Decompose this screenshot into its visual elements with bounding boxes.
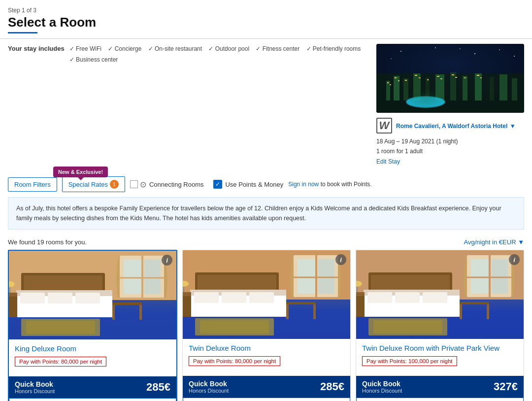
svg-rect-98 xyxy=(423,292,447,303)
points-badge-1: Pay with Points: 80,000 per night xyxy=(189,356,280,366)
connecting-rooms-container: ⊙ Connecting Rooms xyxy=(130,180,204,189)
svg-rect-42 xyxy=(124,260,142,294)
room-name-0: King Deluxe Room xyxy=(15,344,170,353)
quick-book-label-1: Quick Book xyxy=(189,380,229,388)
svg-rect-84 xyxy=(313,304,316,319)
svg-rect-25 xyxy=(455,77,457,78)
hotel-name-suffix: ▼ xyxy=(510,123,516,130)
info-circle-2[interactable]: i xyxy=(509,254,520,265)
avg-night-label[interactable]: Avg/night in €EUR ▼ xyxy=(464,238,524,246)
connecting-rooms-checkbox[interactable]: ⊙ xyxy=(130,180,146,189)
room-price-0: 285€ xyxy=(146,381,170,394)
waldorf-w-logo: W xyxy=(376,118,392,134)
new-exclusive-badge: New & Exclusive! xyxy=(53,167,108,177)
svg-rect-52 xyxy=(75,293,100,303)
hotel-guests: 1 room for 1 adult xyxy=(376,146,524,156)
svg-rect-54 xyxy=(9,293,17,297)
amenity-concierge: ✓ Concierge xyxy=(108,45,141,52)
filters-row: New & Exclusive! Room Filters Special Ra… xyxy=(0,171,532,197)
amenity-pool: ✓ Outdoor pool xyxy=(208,45,249,52)
special-rates-button[interactable]: Special Rates 1 xyxy=(62,176,125,192)
hotel-card: W Rome Cavalieri, A Waldorf Astoria Hote… xyxy=(376,44,524,171)
svg-rect-16 xyxy=(395,77,397,78)
svg-point-38 xyxy=(460,48,461,49)
more-rates-button-2[interactable]: More Rates From 278€ xyxy=(356,398,524,401)
amenities-list: ✓ Free WiFi ✓ Concierge ✓ On-site restau… xyxy=(69,44,366,65)
discount-label-1: Honors Discount xyxy=(189,388,229,394)
special-rates-badge: 1 xyxy=(110,180,119,189)
room-scene-svg-0 xyxy=(9,251,176,339)
svg-rect-8 xyxy=(450,72,456,100)
title-underline xyxy=(8,32,37,33)
svg-rect-20 xyxy=(419,77,421,78)
info-circle-1[interactable]: i xyxy=(335,254,346,265)
svg-rect-14 xyxy=(387,82,389,83)
svg-rect-81 xyxy=(200,320,269,334)
quick-book-bar-2[interactable]: Quick Book Honors Discount 327€ xyxy=(356,376,524,398)
svg-point-32 xyxy=(400,51,401,52)
results-bar: We found 19 rooms for you. Avg/night in … xyxy=(0,235,532,250)
amenity-wifi: ✓ Free WiFi xyxy=(69,45,101,52)
left-section: Your stay includes ✓ Free WiFi ✓ Concier… xyxy=(8,44,366,171)
svg-rect-21 xyxy=(427,79,429,80)
sign-in-link[interactable]: Sign in now xyxy=(288,181,319,188)
svg-rect-61 xyxy=(139,305,142,320)
quick-book-bar-0[interactable]: Quick Book Honors Discount 285€ xyxy=(9,376,176,398)
hotel-date-range: 18 Aug – 19 Aug 2021 (1 night) xyxy=(376,136,524,146)
quick-book-bar-1[interactable]: Quick Book Honors Discount 285€ xyxy=(183,376,350,398)
connecting-rooms-icon: ⊙ xyxy=(140,180,146,189)
svg-point-34 xyxy=(474,53,475,54)
more-rates-button-0[interactable]: More Rates From 242€ xyxy=(9,398,176,401)
quick-book-label-2: Quick Book xyxy=(362,380,402,388)
room-scene-1 xyxy=(183,250,350,339)
svg-rect-9 xyxy=(463,76,467,100)
use-points-checkbox[interactable]: ✓ xyxy=(213,180,222,189)
sign-in-suffix: to book with Points. xyxy=(321,181,372,188)
sign-in-row: Sign in now to book with Points. xyxy=(288,181,371,188)
svg-point-37 xyxy=(391,58,392,59)
svg-rect-28 xyxy=(480,77,482,78)
svg-rect-12 xyxy=(499,74,507,100)
room-card-1: i Twin Deluxe Room Pay with Points: 80,0… xyxy=(182,250,351,401)
room-scene-svg-1 xyxy=(183,250,350,339)
svg-rect-59 xyxy=(112,302,142,305)
svg-rect-88 xyxy=(471,259,489,294)
connecting-rooms-label: Connecting Rooms xyxy=(149,181,204,188)
amenity-fitness: ✓ Fitness center xyxy=(256,45,299,52)
points-badge-0: Pay with Points: 80,000 per night xyxy=(15,357,106,367)
svg-rect-60 xyxy=(112,305,115,320)
room-image-0: i xyxy=(9,251,176,339)
stay-includes: Your stay includes ✓ Free WiFi ✓ Concier… xyxy=(8,44,366,65)
svg-rect-50 xyxy=(20,293,45,303)
hotel-name[interactable]: Rome Cavalieri, A Waldorf Astoria Hotel … xyxy=(396,121,516,130)
top-section: Your stay includes ✓ Free WiFi ✓ Concier… xyxy=(0,44,532,171)
info-circle-0[interactable]: i xyxy=(162,255,172,266)
svg-rect-58 xyxy=(26,321,95,334)
svg-rect-18 xyxy=(405,80,407,81)
edit-stay-link[interactable]: Edit Stay xyxy=(376,158,400,165)
found-rooms-text: We found 19 rooms for you. xyxy=(8,238,87,246)
svg-rect-15 xyxy=(390,84,391,85)
rooms-grid: i King Deluxe Room Pay with Points: 80,0… xyxy=(0,250,532,401)
svg-rect-31 xyxy=(406,88,445,108)
quick-book-left-2: Quick Book Honors Discount xyxy=(362,380,402,394)
room-card-0: i King Deluxe Room Pay with Points: 80,0… xyxy=(8,250,177,401)
more-rates-button-1[interactable]: More Rates From 242€ xyxy=(183,398,350,401)
svg-rect-89 xyxy=(492,259,508,294)
svg-rect-27 xyxy=(477,75,479,76)
svg-rect-22 xyxy=(437,76,439,77)
svg-point-36 xyxy=(514,56,515,57)
svg-rect-76 xyxy=(183,295,191,317)
points-badge-2: Pay with Points: 100,000 per night xyxy=(362,356,457,366)
page-title: Select a Room xyxy=(8,15,524,30)
room-card-2: i Twin Deluxe Room with Private Park Vie… xyxy=(356,250,524,401)
svg-rect-17 xyxy=(398,80,399,81)
header-divider xyxy=(0,38,532,39)
svg-rect-104 xyxy=(373,320,442,334)
connecting-rooms-checkbox-box[interactable] xyxy=(130,180,138,188)
room-filters-button[interactable]: Room Filters xyxy=(8,177,57,192)
svg-rect-74 xyxy=(222,292,246,303)
svg-rect-82 xyxy=(286,302,316,304)
svg-point-33 xyxy=(435,47,436,48)
svg-rect-11 xyxy=(490,77,494,100)
